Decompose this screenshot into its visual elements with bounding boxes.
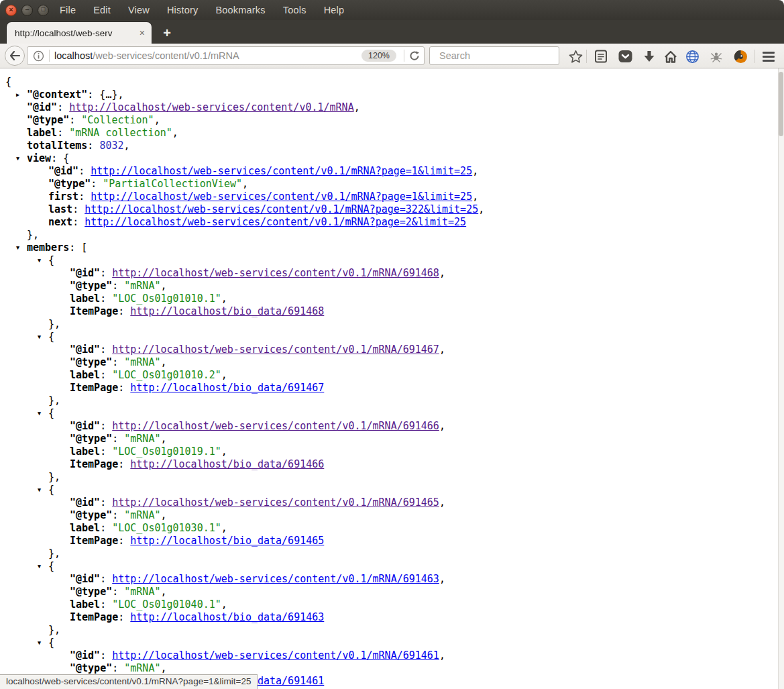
- search-box[interactable]: [429, 46, 559, 65]
- twisty-expanded-icon[interactable]: ▼: [38, 484, 48, 496]
- json-link[interactable]: http://localhost/web-services/content/v0…: [112, 573, 439, 585]
- menu-help[interactable]: Help: [324, 5, 345, 15]
- site-info-icon[interactable]: [33, 50, 44, 62]
- reading-list-button[interactable]: [593, 48, 609, 64]
- json-punctuation: },: [48, 471, 60, 483]
- json-punctuation: :: [72, 216, 85, 228]
- json-key: "@type": [70, 280, 112, 292]
- scrollbar-thumb[interactable]: [779, 72, 783, 136]
- vertical-scrollbar[interactable]: [778, 68, 784, 689]
- new-tab-button[interactable]: +: [158, 25, 176, 41]
- json-punctuation: ,: [439, 343, 445, 356]
- json-link-visited[interactable]: http://localhost/web-services/content/v0…: [112, 267, 439, 279]
- spider-extension-button[interactable]: [708, 48, 724, 64]
- json-key: ItemPage: [70, 458, 118, 470]
- maximize-button[interactable]: ▢: [38, 5, 49, 16]
- json-punctuation: ,: [160, 509, 166, 521]
- json-link[interactable]: http://localhost/web-services/content/v0…: [85, 216, 466, 228]
- json-link-visited[interactable]: http://localhost/bio_data/691466: [130, 458, 324, 470]
- titlebar: × – ▢ File Edit View History Bookmarks T…: [0, 0, 784, 20]
- url-host: localhost: [54, 50, 93, 61]
- toolbar-divider: [586, 50, 587, 63]
- twisty-collapsed-icon[interactable]: ▶: [16, 89, 27, 101]
- json-line: },: [0, 394, 778, 407]
- json-punctuation: {: [48, 331, 54, 343]
- json-punctuation: {: [48, 560, 54, 572]
- tab-active[interactable]: http://localhost/web-serv ×: [7, 22, 152, 44]
- json-line: ItemPage: http://localhost/bio_data/6914…: [0, 305, 778, 318]
- json-punctuation: :: [100, 522, 112, 534]
- window-controls: × – ▢: [0, 5, 49, 16]
- json-line: ▼{: [0, 637, 778, 649]
- twisty-expanded-icon[interactable]: ▼: [38, 407, 48, 420]
- menu-view[interactable]: View: [128, 5, 150, 15]
- json-link-visited[interactable]: http://localhost/web-services/content/v0…: [112, 343, 439, 356]
- twisty-expanded-icon[interactable]: ▼: [38, 254, 48, 267]
- json-link-visited[interactable]: http://localhost/web-services/content/v0…: [112, 420, 439, 432]
- json-line: "@id": http://localhost/web-services/con…: [0, 420, 778, 433]
- toolbar-divider: [754, 50, 754, 63]
- tab-close-icon[interactable]: ×: [138, 28, 146, 38]
- menu-bookmarks[interactable]: Bookmarks: [215, 5, 265, 15]
- minimize-button[interactable]: –: [21, 5, 33, 16]
- url-bar[interactable]: localhost/web-services/content/v0.1/mRNA…: [27, 46, 425, 65]
- back-button[interactable]: [5, 46, 25, 66]
- zoom-indicator[interactable]: 120%: [361, 50, 396, 62]
- tabbar: http://localhost/web-serv × +: [0, 20, 784, 44]
- json-key: last: [48, 203, 72, 215]
- menu-history[interactable]: History: [167, 5, 199, 15]
- tab-title: http://localhost/web-serv: [15, 28, 138, 38]
- lightbeam-extension-button[interactable]: [732, 48, 748, 64]
- search-input[interactable]: [439, 50, 565, 61]
- json-line: label: "LOC_Os01g01040.1",: [0, 598, 778, 611]
- json-line: },: [0, 229, 778, 242]
- bookmark-star-button[interactable]: [567, 48, 583, 64]
- home-button[interactable]: [663, 48, 679, 64]
- json-punctuation: :: [87, 140, 99, 152]
- menu-button[interactable]: [761, 48, 777, 64]
- json-link[interactable]: http://localhost/bio_data/691467: [130, 382, 324, 394]
- url-text[interactable]: localhost/web-services/content/v0.1/mRNA: [54, 50, 361, 61]
- twisty-expanded-icon[interactable]: ▼: [38, 560, 48, 573]
- json-punctuation: :: [100, 420, 112, 432]
- globe-extension-button[interactable]: [684, 48, 700, 64]
- json-string-value: "LOC_Os01g01010.1": [112, 293, 221, 305]
- json-link-visited[interactable]: http://localhost/bio_data/691468: [130, 305, 324, 317]
- json-link[interactable]: http://localhost/bio_data/691465: [130, 535, 324, 547]
- json-punctuation: ,: [478, 203, 484, 215]
- json-key: "@id": [48, 165, 78, 177]
- close-button[interactable]: ×: [5, 5, 17, 16]
- json-punctuation: ,: [160, 280, 166, 292]
- json-link-visited[interactable]: http://localhost/web-services/content/v0…: [112, 496, 439, 509]
- menu-file[interactable]: File: [60, 5, 76, 15]
- json-punctuation: ,: [221, 522, 227, 534]
- hamburger-icon: [763, 52, 775, 62]
- menu-tools[interactable]: Tools: [283, 5, 306, 15]
- json-line: ItemPage: http://localhost/bio_data/6914…: [0, 611, 778, 624]
- json-key: label: [70, 445, 100, 458]
- json-punctuation: :: [112, 280, 124, 292]
- download-icon: [643, 50, 655, 63]
- json-punctuation: },: [27, 229, 39, 241]
- twisty-expanded-icon[interactable]: ▼: [16, 242, 27, 254]
- json-line: },: [0, 624, 778, 637]
- json-link-visited[interactable]: http://localhost/web-services/content/v0…: [69, 101, 353, 113]
- json-link[interactable]: http://localhost/web-services/content/v0…: [85, 203, 478, 215]
- json-punctuation: ,: [160, 433, 166, 445]
- json-string-value: "mRNA": [124, 433, 160, 445]
- json-link[interactable]: http://localhost/web-services/content/v0…: [91, 165, 472, 177]
- twisty-expanded-icon[interactable]: ▼: [38, 637, 48, 649]
- menu-edit[interactable]: Edit: [93, 5, 111, 15]
- json-punctuation: ,: [439, 420, 445, 432]
- json-link[interactable]: http://localhost/web-services/content/v0…: [91, 191, 472, 203]
- twisty-expanded-icon[interactable]: ▼: [16, 152, 27, 165]
- json-line: "@type": "mRNA",: [0, 356, 778, 369]
- twisty-expanded-icon[interactable]: ▼: [38, 331, 48, 343]
- reload-button[interactable]: [409, 50, 420, 61]
- browser-window: × – ▢ File Edit View History Bookmarks T…: [0, 0, 784, 689]
- pocket-button[interactable]: [617, 48, 633, 64]
- maximize-icon: ▢: [41, 7, 46, 12]
- json-link[interactable]: http://localhost/bio_data/691463: [130, 611, 324, 623]
- json-link[interactable]: http://localhost/web-services/content/v0…: [112, 649, 439, 661]
- downloads-button[interactable]: [641, 48, 657, 64]
